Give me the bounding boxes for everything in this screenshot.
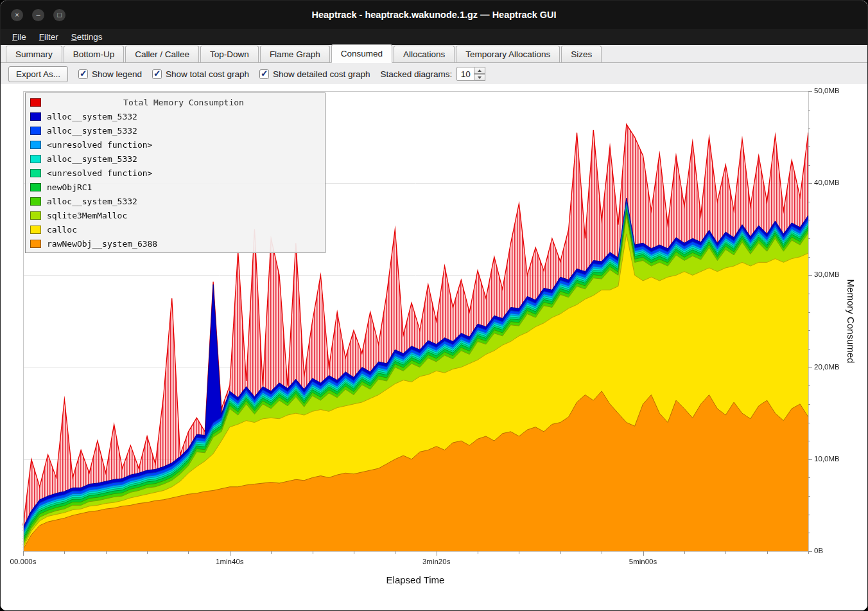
y-axis-title: Memory Consumed [846, 279, 856, 364]
legend-entry-label: calloc [47, 225, 77, 235]
legend-entry-label: <unresolved function> [47, 168, 152, 178]
legend-entry: alloc__system_5332 [30, 109, 320, 123]
checkbox-icon[interactable] [152, 69, 162, 79]
chart-legend: Total Memory Consumption alloc__system_5… [25, 93, 326, 253]
close-button[interactable]: × [11, 9, 23, 21]
legend-entry-label: alloc__system_5332 [47, 197, 137, 206]
menubar: File Filter Settings [1, 29, 867, 45]
y-tick-label: 40,0MB [814, 179, 840, 186]
legend-entry-label: rawNewObj__system_6388 [47, 239, 157, 249]
stacked-diagrams-down-button[interactable] [474, 74, 485, 81]
show-total-cost-graph-label: Show total cost graph [166, 69, 249, 79]
legend-entry: calloc [30, 222, 320, 236]
menu-file[interactable]: File [6, 30, 33, 44]
tab-bar: Summary Bottom-Up Caller / Callee Top-Do… [1, 45, 867, 63]
chart-area: 00.000s1min40s3min20s5min00s 0B10,0MB20,… [1, 84, 867, 610]
legend-color-swatch [30, 226, 41, 234]
show-legend-checkbox[interactable]: Show legend [78, 69, 142, 79]
legend-color-swatch [30, 197, 41, 206]
legend-color-swatch [30, 211, 41, 220]
heaptrack-window: × – □ Heaptrack - heaptrack.wakunode.1.g… [0, 0, 868, 611]
tab-bottom-up[interactable]: Bottom-Up [64, 46, 125, 62]
x-tick-label: 1min40s [216, 558, 243, 565]
y-tick-label: 50,0MB [814, 87, 840, 94]
menu-settings[interactable]: Settings [65, 30, 109, 44]
tab-temporary-allocations[interactable]: Temporary Allocations [456, 46, 560, 62]
legend-entry: alloc__system_5332 [30, 123, 320, 137]
legend-color-swatch [30, 141, 41, 149]
legend-title-row: Total Memory Consumption [30, 95, 320, 109]
legend-color-swatch [30, 112, 41, 121]
show-detailed-cost-graph-checkbox[interactable]: Show detailed cost graph [259, 69, 370, 79]
export-as-button[interactable]: Export As... [8, 66, 68, 82]
x-tick-label: 5min00s [629, 558, 657, 565]
legend-entry: <unresolved function> [30, 137, 320, 152]
tab-summary[interactable]: Summary [6, 46, 62, 62]
tab-sizes[interactable]: Sizes [561, 46, 602, 62]
checkbox-icon[interactable] [78, 69, 88, 79]
show-detailed-cost-graph-label: Show detailed cost graph [273, 69, 370, 79]
toolbar: Export As... Show legend Show total cost… [1, 63, 867, 85]
legend-total-swatch [30, 98, 41, 107]
stacked-diagrams-label: Stacked diagrams: [381, 69, 453, 79]
legend-color-swatch [30, 155, 41, 163]
legend-entry-label: alloc__system_5332 [47, 112, 137, 121]
tab-top-down[interactable]: Top-Down [200, 46, 259, 62]
menu-filter[interactable]: Filter [33, 30, 65, 44]
stacked-diagrams-group: Stacked diagrams: 10 [381, 67, 486, 81]
legend-entry: alloc__system_5332 [30, 152, 320, 166]
minimize-button[interactable]: – [32, 9, 44, 21]
legend-color-swatch [30, 169, 41, 177]
tab-allocations[interactable]: Allocations [394, 46, 455, 62]
legend-entry-label: <unresolved function> [47, 140, 152, 150]
checkbox-icon[interactable] [259, 69, 269, 79]
legend-entry: rawNewObj__system_6388 [30, 236, 320, 251]
tab-flame-graph[interactable]: Flame Graph [260, 46, 330, 62]
stacked-diagrams-up-button[interactable] [474, 67, 485, 74]
legend-entry: newObjRC1 [30, 180, 320, 194]
tab-consumed[interactable]: Consumed [331, 44, 392, 63]
legend-entry: sqlite3MemMalloc [30, 208, 320, 222]
stacked-diagrams-value[interactable]: 10 [456, 67, 474, 81]
legend-entry-label: alloc__system_5332 [47, 154, 137, 164]
window-title: Heaptrack - heaptrack.wakunode.1.gz — He… [1, 10, 867, 20]
legend-entry-label: sqlite3MemMalloc [47, 211, 127, 220]
show-legend-label: Show legend [92, 69, 142, 79]
legend-entry-label: alloc__system_5332 [47, 126, 137, 136]
legend-color-swatch [30, 183, 41, 191]
legend-title: Total Memory Consumption [47, 98, 320, 107]
x-tick-label: 3min20s [422, 558, 450, 565]
show-total-cost-graph-checkbox[interactable]: Show total cost graph [152, 69, 249, 79]
chevron-up-icon [478, 69, 482, 72]
legend-entry-label: newObjRC1 [47, 182, 92, 192]
legend-color-swatch [30, 127, 41, 135]
legend-color-swatch [30, 240, 41, 248]
maximize-button[interactable]: □ [53, 9, 65, 21]
legend-entry: alloc__system_5332 [30, 194, 320, 208]
tab-caller-callee[interactable]: Caller / Callee [125, 46, 199, 62]
titlebar[interactable]: × – □ Heaptrack - heaptrack.wakunode.1.g… [1, 1, 867, 29]
window-controls: × – □ [11, 1, 65, 29]
y-tick-label: 30,0MB [814, 270, 840, 278]
y-tick-label: 0B [814, 547, 823, 554]
x-tick-label: 00.000s [10, 558, 37, 565]
legend-entries: alloc__system_5332alloc__system_5332<unr… [30, 109, 320, 251]
y-tick-label: 20,0MB [814, 363, 840, 371]
x-axis-title: Elapsed Time [386, 574, 445, 585]
stacked-diagrams-spinner[interactable]: 10 [456, 67, 485, 81]
y-tick-label: 10,0MB [814, 455, 840, 463]
chevron-down-icon [478, 76, 482, 79]
legend-entry: <unresolved function> [30, 166, 320, 180]
